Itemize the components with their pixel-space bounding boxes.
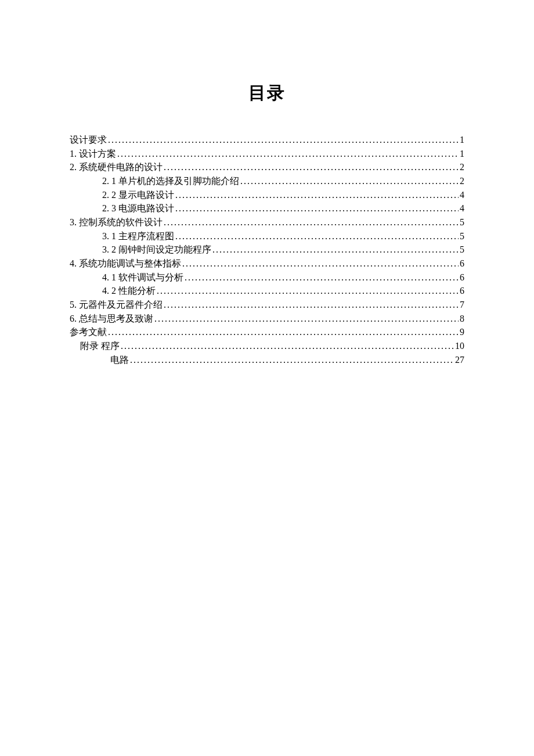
- toc-leader-dots: [121, 339, 454, 353]
- toc-entry-label: 4. 系统功能调试与整体指标: [70, 257, 181, 271]
- toc-entry-label: 4. 2 性能分析: [102, 284, 156, 298]
- toc-leader-dots: [175, 229, 459, 243]
- toc-entry-page: 1: [460, 147, 464, 161]
- toc-leader-dots: [182, 257, 459, 271]
- toc-leader-dots: [164, 160, 459, 174]
- toc-entry: 4. 1 软件调试与分析6: [70, 271, 464, 285]
- toc-entry-label: 2. 1 单片机的选择及引脚功能介绍: [102, 174, 239, 188]
- toc-entry: 6. 总结与思考及致谢 8: [70, 312, 464, 326]
- toc-entry: 2. 2 显示电路设计4: [70, 188, 464, 202]
- toc-entry: 设计要求 1: [70, 133, 464, 147]
- toc-entry-page: 27: [455, 353, 464, 367]
- toc-entry-page: 1: [460, 133, 464, 147]
- toc-entry-page: 6: [460, 284, 464, 298]
- toc-leader-dots: [164, 298, 459, 312]
- toc-list: 设计要求 11. 设计方案 12. 系统硬件电路的设计 22. 1 单片机的选择…: [70, 133, 464, 366]
- toc-entry-page: 2: [460, 160, 464, 174]
- toc-entry: 2. 系统硬件电路的设计 2: [70, 160, 464, 174]
- toc-leader-dots: [157, 284, 459, 298]
- toc-entry-label: 1. 设计方案: [70, 147, 116, 161]
- toc-leader-dots: [108, 133, 459, 147]
- toc-entry-page: 2: [460, 174, 464, 188]
- toc-entry: 参考文献 9: [70, 325, 464, 339]
- toc-entry-page: 4: [460, 188, 464, 202]
- toc-entry: 3. 1 主程序流程图5: [70, 229, 464, 243]
- toc-entry-label: 2. 3 电源电路设计: [102, 201, 174, 215]
- toc-leader-dots: [175, 188, 459, 202]
- toc-leader-dots: [117, 147, 459, 161]
- toc-entry: 3. 控制系统的软件设计 5: [70, 215, 464, 229]
- toc-entry: 1. 设计方案 1: [70, 147, 464, 161]
- toc-leader-dots: [108, 325, 459, 339]
- toc-entry-label: 附录 程序: [80, 339, 120, 353]
- toc-entry-label: 3. 1 主程序流程图: [102, 229, 174, 243]
- toc-leader-dots: [240, 174, 459, 188]
- toc-entry: 4. 系统功能调试与整体指标 6: [70, 257, 464, 271]
- toc-entry-page: 5: [460, 215, 464, 229]
- toc-entry: 4. 2 性能分析6: [70, 284, 464, 298]
- toc-leader-dots: [185, 271, 459, 285]
- toc-entry-label: 2. 2 显示电路设计: [102, 188, 174, 202]
- toc-entry-label: 2. 系统硬件电路的设计: [70, 160, 163, 174]
- toc-entry: 附录 程序 10: [70, 339, 464, 353]
- toc-entry-label: 3. 控制系统的软件设计: [70, 215, 163, 229]
- toc-entry-page: 9: [460, 325, 464, 339]
- toc-entry: 电路 27: [70, 353, 464, 367]
- toc-leader-dots: [212, 243, 459, 257]
- toc-entry: 2. 1 单片机的选择及引脚功能介绍2: [70, 174, 464, 188]
- toc-entry-label: 6. 总结与思考及致谢: [70, 312, 153, 326]
- toc-entry-label: 参考文献: [70, 325, 107, 339]
- toc-entry-page: 10: [455, 339, 464, 353]
- toc-entry-label: 5. 元器件及元器件介绍: [70, 298, 163, 312]
- toc-title: 目录: [70, 81, 464, 105]
- toc-entry-label: 4. 1 软件调试与分析: [102, 271, 183, 285]
- toc-entry-label: 电路: [110, 353, 129, 367]
- page-container: 目录 设计要求 11. 设计方案 12. 系统硬件电路的设计 22. 1 单片机…: [0, 0, 534, 366]
- toc-leader-dots: [175, 201, 459, 215]
- toc-entry: 2. 3 电源电路设计4: [70, 201, 464, 215]
- toc-entry-label: 设计要求: [70, 133, 107, 147]
- toc-entry-page: 6: [460, 271, 464, 285]
- toc-entry: 3. 2 闹钟时间设定功能程序5: [70, 243, 464, 257]
- toc-entry-page: 6: [460, 257, 464, 271]
- toc-entry-page: 4: [460, 201, 464, 215]
- toc-leader-dots: [154, 312, 459, 326]
- toc-entry-label: 3. 2 闹钟时间设定功能程序: [102, 243, 211, 257]
- toc-entry-page: 5: [460, 229, 464, 243]
- toc-entry-page: 5: [460, 243, 464, 257]
- toc-entry-page: 8: [460, 312, 464, 326]
- toc-leader-dots: [130, 353, 454, 367]
- toc-entry-page: 7: [460, 298, 464, 312]
- toc-leader-dots: [164, 215, 459, 229]
- toc-entry: 5. 元器件及元器件介绍 7: [70, 298, 464, 312]
